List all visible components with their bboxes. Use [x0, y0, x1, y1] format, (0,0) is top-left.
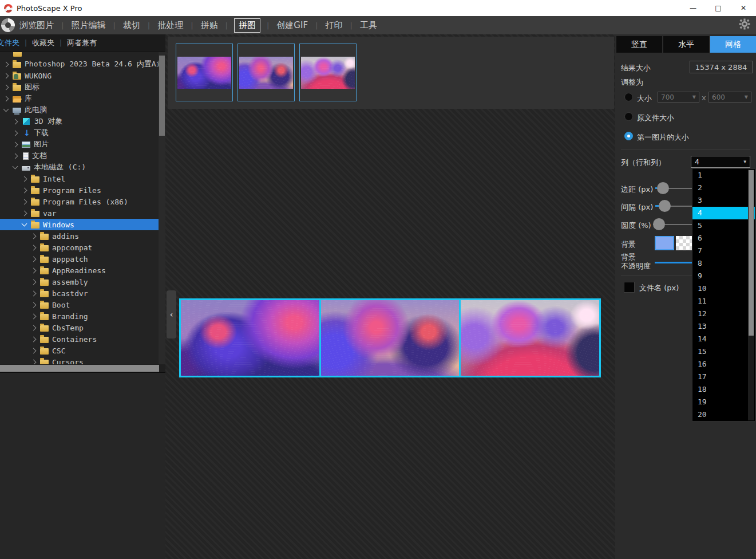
menu-item-1[interactable]: 照片编辑 — [70, 18, 106, 33]
margin-slider-knob[interactable] — [657, 182, 669, 194]
radio-size[interactable] — [624, 93, 633, 101]
chevron-right-icon[interactable] — [3, 73, 9, 78]
chevron-down-icon[interactable] — [22, 221, 27, 227]
chevron-right-icon[interactable] — [31, 256, 37, 262]
menu-item-8[interactable]: 工具 — [359, 18, 378, 33]
chevron-right-icon[interactable] — [22, 210, 27, 216]
collage-image-3[interactable] — [461, 300, 599, 376]
tree-item-6[interactable]: 3D 对象 — [0, 116, 159, 127]
collage-preview[interactable] — [179, 298, 601, 377]
dropdown-option-15[interactable]: 15 — [692, 345, 755, 358]
chevron-right-icon[interactable] — [31, 267, 37, 273]
tree-item-2[interactable]: WUKONG — [0, 70, 159, 81]
tree-item-23[interactable]: Branding — [0, 310, 159, 322]
filename-checkbox[interactable] — [624, 282, 635, 293]
chevron-down-icon[interactable] — [13, 164, 18, 170]
collage-image-1[interactable] — [181, 300, 319, 376]
thumbnail-3[interactable] — [299, 44, 357, 101]
tree-item-19[interactable]: AppReadiness — [0, 265, 159, 276]
tree-item-7[interactable]: 下载 — [0, 127, 159, 139]
chevron-right-icon[interactable] — [22, 187, 27, 193]
chevron-right-icon[interactable] — [31, 348, 37, 353]
tree-item-0[interactable] — [0, 52, 159, 58]
tree-item-12[interactable]: Program Files — [0, 184, 159, 196]
menu-item-3[interactable]: 批处理 — [156, 18, 184, 33]
chevron-right-icon[interactable] — [31, 325, 37, 330]
dropdown-option-14[interactable]: 14 — [692, 333, 755, 345]
dropdown-option-7[interactable]: 7 — [692, 245, 755, 257]
dropdown-option-5[interactable]: 5 — [692, 219, 755, 232]
tree-item-24[interactable]: CbsTemp — [0, 322, 159, 333]
chevron-right-icon[interactable] — [13, 141, 18, 147]
tree-item-5[interactable]: 此电脑 — [0, 104, 159, 116]
chevron-right-icon[interactable] — [3, 61, 9, 67]
dropdown-option-6[interactable]: 6 — [692, 232, 755, 245]
minimize-button[interactable]: — — [680, 0, 706, 16]
tree-item-11[interactable]: Intel — [0, 173, 159, 184]
tree-item-13[interactable]: Program Files (x86) — [0, 196, 159, 207]
chevron-right-icon[interactable] — [31, 302, 37, 308]
tree-vertical-scrollbar-thumb[interactable] — [159, 56, 165, 136]
dropdown-option-18[interactable]: 18 — [692, 383, 755, 396]
sidebar-collapse-handle[interactable]: ‹ — [167, 290, 176, 338]
menu-item-6[interactable]: 创建GIF — [275, 18, 309, 33]
dropdown-option-16[interactable]: 16 — [692, 358, 755, 371]
dropdown-scrollbar-thumb[interactable] — [749, 170, 754, 336]
roundness-slider-knob[interactable] — [653, 218, 665, 230]
chevron-right-icon[interactable] — [13, 153, 18, 159]
menu-item-4[interactable]: 拼贴 — [200, 18, 219, 33]
close-button[interactable]: ✕ — [731, 0, 756, 16]
dropdown-option-20[interactable]: 20 — [692, 408, 755, 421]
background-color-swatch[interactable] — [655, 236, 674, 250]
columns-select[interactable]: 4▼ — [691, 156, 750, 168]
chevron-right-icon[interactable] — [31, 233, 37, 239]
chevron-right-icon[interactable] — [22, 176, 27, 182]
chevron-right-icon[interactable] — [31, 245, 37, 250]
layout-tab-2[interactable]: 网格 — [710, 36, 756, 53]
tree-item-26[interactable]: CSC — [0, 345, 159, 356]
tree-item-10[interactable]: 本地磁盘 (C:) — [0, 162, 159, 173]
tree-item-17[interactable]: appcompat — [0, 242, 159, 253]
tree-item-9[interactable]: 文档 — [0, 150, 159, 162]
tree-vertical-scrollbar[interactable] — [159, 52, 165, 399]
chevron-right-icon[interactable] — [3, 96, 9, 101]
chevron-right-icon[interactable] — [31, 279, 37, 285]
maximize-button[interactable]: □ — [706, 0, 731, 16]
thumbnail-2[interactable] — [238, 44, 295, 101]
menu-item-5[interactable]: 拼图 — [234, 18, 260, 33]
chevron-right-icon[interactable] — [31, 290, 37, 296]
tree-item-18[interactable]: apppatch — [0, 253, 159, 265]
dropdown-option-11[interactable]: 11 — [692, 295, 755, 308]
tree-item-15[interactable]: Windows — [0, 219, 159, 230]
settings-gear-icon[interactable] — [739, 18, 750, 32]
menu-item-7[interactable]: 打印 — [324, 18, 343, 33]
dropdown-option-19[interactable]: 19 — [692, 396, 755, 408]
dropdown-option-1[interactable]: 1 — [692, 169, 755, 182]
dropdown-option-3[interactable]: 3 — [692, 194, 755, 207]
dropdown-option-4[interactable]: 4 — [692, 207, 755, 219]
sidebar-tab-0[interactable]: 文件夹 — [0, 38, 19, 48]
menu-item-0[interactable]: 浏览图片 — [18, 18, 55, 33]
chevron-right-icon[interactable] — [3, 84, 9, 90]
tree-item-8[interactable]: 图片 — [0, 139, 159, 150]
chevron-down-icon[interactable] — [3, 107, 9, 112]
tree-horizontal-scrollbar-thumb[interactable] — [0, 365, 159, 372]
dropdown-scrollbar[interactable] — [748, 170, 754, 420]
chevron-right-icon[interactable] — [13, 119, 18, 124]
tree-item-4[interactable]: 库 — [0, 93, 159, 104]
sidebar-tab-1[interactable]: 收藏夹 — [32, 38, 54, 48]
tree-item-14[interactable]: var — [0, 207, 159, 219]
dropdown-option-8[interactable]: 8 — [692, 257, 755, 270]
tree-item-16[interactable]: addins — [0, 230, 159, 242]
radio-original-size[interactable] — [624, 112, 633, 121]
chevron-right-icon[interactable] — [13, 130, 18, 136]
dropdown-option-13[interactable]: 13 — [692, 320, 755, 333]
radio-first-image-size[interactable] — [624, 132, 633, 140]
sidebar-tab-2[interactable]: 两者兼有 — [67, 38, 97, 48]
photoscape-swirl-icon[interactable] — [1, 18, 15, 32]
dropdown-option-10[interactable]: 10 — [692, 282, 755, 295]
collage-image-2[interactable] — [321, 300, 460, 376]
dropdown-option-12[interactable]: 12 — [692, 308, 755, 320]
tree-item-20[interactable]: assembly — [0, 276, 159, 288]
thumbnail-1[interactable] — [176, 44, 233, 101]
